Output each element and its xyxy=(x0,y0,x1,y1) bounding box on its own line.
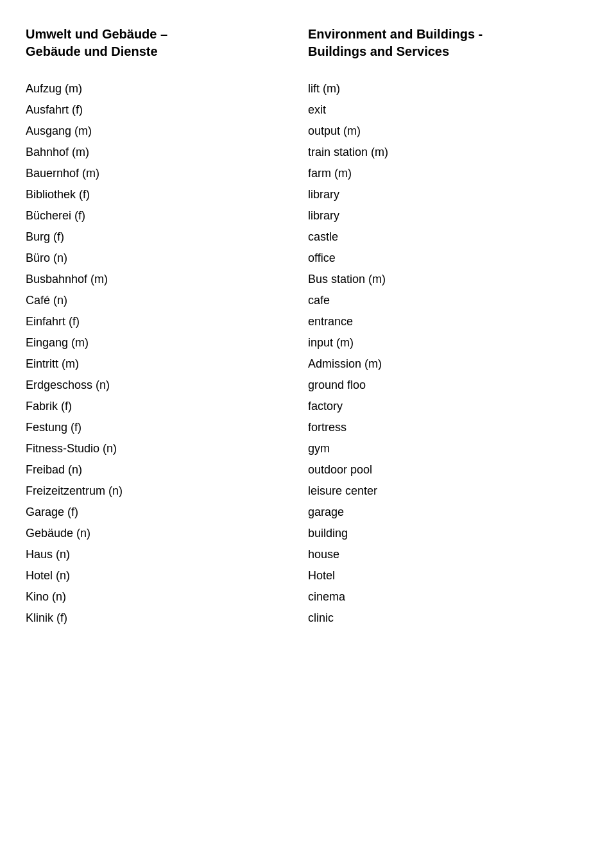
vocab-row: Freizeitzentrum (n)leisure center xyxy=(26,481,590,502)
vocab-german: Haus (n) xyxy=(26,548,308,561)
vocab-german: Erdgeschoss (n) xyxy=(26,379,308,392)
header-english-line2: Buildings and Services xyxy=(308,44,449,58)
vocab-english: library xyxy=(308,188,590,201)
header-english-line1: Environment and Buildings - xyxy=(308,27,483,41)
vocab-row: Erdgeschoss (n)ground floo xyxy=(26,375,590,396)
page-container: Umwelt und Gebäude – Gebäude und Dienste… xyxy=(26,26,590,629)
vocab-german: Café (n) xyxy=(26,294,308,307)
vocab-german: Busbahnhof (m) xyxy=(26,273,308,286)
vocab-row: Garage (f)garage xyxy=(26,502,590,523)
vocab-german: Ausfahrt (f) xyxy=(26,103,308,117)
vocab-row: Café (n)cafe xyxy=(26,290,590,311)
vocab-german: Fabrik (f) xyxy=(26,400,308,413)
vocab-english: gym xyxy=(308,442,590,456)
vocab-english: Hotel xyxy=(308,569,590,583)
vocab-row: Bücherei (f)library xyxy=(26,205,590,226)
vocab-german: Freibad (n) xyxy=(26,463,308,477)
vocab-english: garage xyxy=(308,506,590,519)
vocab-english: castle xyxy=(308,230,590,244)
vocab-row: Ausgang (m)output (m) xyxy=(26,121,590,142)
vocab-english: outdoor pool xyxy=(308,463,590,477)
vocab-german: Aufzug (m) xyxy=(26,82,308,96)
vocab-row: Ausfahrt (f)exit xyxy=(26,99,590,121)
vocab-row: Klinik (f)clinic xyxy=(26,608,590,629)
vocab-german: Garage (f) xyxy=(26,506,308,519)
vocab-english: exit xyxy=(308,103,590,117)
vocab-german: Bücherei (f) xyxy=(26,209,308,223)
vocab-row: Haus (n)house xyxy=(26,544,590,565)
header-german-line2: Gebäude und Dienste xyxy=(26,44,158,58)
vocab-german: Bauernhof (m) xyxy=(26,167,308,180)
vocab-english: output (m) xyxy=(308,124,590,138)
vocab-english: cinema xyxy=(308,590,590,604)
vocab-german: Bahnhof (m) xyxy=(26,146,308,159)
vocab-english: entrance xyxy=(308,315,590,328)
header-german: Umwelt und Gebäude – Gebäude und Dienste xyxy=(26,26,308,60)
vocab-english: train station (m) xyxy=(308,146,590,159)
vocab-row: Büro (n)office xyxy=(26,248,590,269)
vocab-english: library xyxy=(308,209,590,223)
vocab-table: Aufzug (m)lift (m)Ausfahrt (f)exitAusgan… xyxy=(26,78,590,629)
vocab-german: Kino (n) xyxy=(26,590,308,604)
vocab-row: Kino (n)cinema xyxy=(26,586,590,608)
vocab-row: Burg (f)castle xyxy=(26,226,590,248)
vocab-english: building xyxy=(308,527,590,540)
vocab-english: leisure center xyxy=(308,484,590,498)
vocab-row: Freibad (n)outdoor pool xyxy=(26,459,590,481)
vocab-row: Hotel (n)Hotel xyxy=(26,565,590,586)
vocab-english: Admission (m) xyxy=(308,357,590,371)
vocab-english: lift (m) xyxy=(308,82,590,96)
vocab-german: Klinik (f) xyxy=(26,611,308,625)
header-german-line1: Umwelt und Gebäude – xyxy=(26,27,167,41)
vocab-german: Ausgang (m) xyxy=(26,124,308,138)
vocab-row: Bibliothek (f)library xyxy=(26,184,590,205)
vocab-row: Aufzug (m)lift (m) xyxy=(26,78,590,99)
vocab-english: farm (m) xyxy=(308,167,590,180)
vocab-german: Hotel (n) xyxy=(26,569,308,583)
vocab-german: Gebäude (n) xyxy=(26,527,308,540)
vocab-german: Burg (f) xyxy=(26,230,308,244)
vocab-row: Bauernhof (m)farm (m) xyxy=(26,163,590,184)
vocab-english: ground floo xyxy=(308,379,590,392)
vocab-german: Einfahrt (f) xyxy=(26,315,308,328)
vocab-german: Eingang (m) xyxy=(26,336,308,350)
vocab-english: house xyxy=(308,548,590,561)
vocab-row: Gebäude (n)building xyxy=(26,523,590,544)
vocab-row: Busbahnhof (m)Bus station (m) xyxy=(26,269,590,290)
vocab-english: clinic xyxy=(308,611,590,625)
header-row: Umwelt und Gebäude – Gebäude und Dienste… xyxy=(26,26,590,60)
vocab-row: Eingang (m)input (m) xyxy=(26,332,590,354)
vocab-german: Freizeitzentrum (n) xyxy=(26,484,308,498)
vocab-english: Bus station (m) xyxy=(308,273,590,286)
header-english: Environment and Buildings - Buildings an… xyxy=(308,26,590,60)
vocab-english: cafe xyxy=(308,294,590,307)
vocab-english: fortress xyxy=(308,421,590,434)
vocab-german: Büro (n) xyxy=(26,251,308,265)
vocab-german: Bibliothek (f) xyxy=(26,188,308,201)
vocab-row: Bahnhof (m)train station (m) xyxy=(26,142,590,163)
vocab-english: factory xyxy=(308,400,590,413)
vocab-german: Fitness-Studio (n) xyxy=(26,442,308,456)
vocab-row: Fabrik (f)factory xyxy=(26,396,590,417)
vocab-row: Einfahrt (f)entrance xyxy=(26,311,590,332)
vocab-row: Festung (f)fortress xyxy=(26,417,590,438)
vocab-german: Eintritt (m) xyxy=(26,357,308,371)
vocab-row: Fitness-Studio (n)gym xyxy=(26,438,590,459)
vocab-english: input (m) xyxy=(308,336,590,350)
vocab-row: Eintritt (m)Admission (m) xyxy=(26,354,590,375)
vocab-german: Festung (f) xyxy=(26,421,308,434)
vocab-english: office xyxy=(308,251,590,265)
